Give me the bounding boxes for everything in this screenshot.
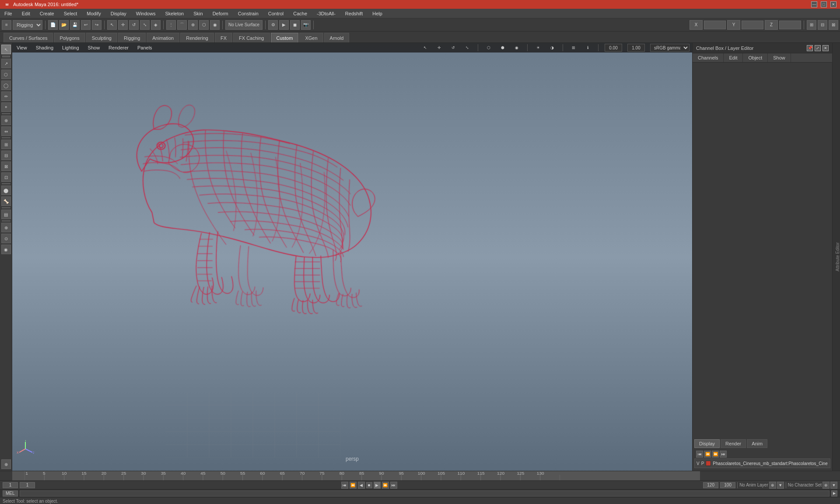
tab-rendering[interactable]: Rendering [180, 33, 214, 42]
layer-playback[interactable]: P [701, 461, 704, 466]
vp-icon-wireframe[interactable]: ⬡ [484, 43, 493, 52]
step-back-button[interactable]: ⏪ [350, 482, 357, 489]
anim-layer-expand[interactable]: ▼ [777, 482, 784, 489]
layer-button[interactable]: ▤ [1, 210, 11, 219]
vp-menu-lighting[interactable]: Lighting [60, 44, 81, 51]
layer-nav-next[interactable]: ⏩ [712, 451, 719, 458]
vp-icon-scale[interactable]: ⤡ [463, 43, 472, 52]
save-button[interactable]: 💾 [70, 20, 80, 30]
no-live-surface-button[interactable]: No Live Surface [225, 20, 262, 30]
go-start-button[interactable]: ⏮ [341, 482, 348, 489]
y-value-input[interactable] [742, 21, 763, 29]
menu-3dtoall[interactable]: -3DtoAll- [315, 10, 337, 17]
wrap-button[interactable]: ⊡ [1, 172, 11, 182]
menu-create[interactable]: Create [38, 10, 56, 17]
new-scene-button[interactable]: 📄 [48, 20, 58, 30]
mode-selector[interactable]: Rigging [13, 20, 42, 30]
layer-tab-anim[interactable]: Anim [747, 439, 767, 448]
current-frame-input[interactable] [20, 482, 35, 488]
layer-item[interactable]: V P Phascolaretos_Cinereus_mb_standart:P… [694, 458, 830, 468]
component-button[interactable]: ⬡ [1, 70, 11, 79]
vp-value1-input[interactable] [605, 44, 622, 52]
layout-button-3[interactable]: ⊠ [829, 20, 838, 30]
rpanel-expand-button[interactable]: ⤢ [815, 45, 821, 51]
stop-button[interactable]: ■ [366, 482, 372, 488]
z-value-input[interactable] [779, 21, 801, 29]
menu-redshift[interactable]: Redshift [343, 10, 364, 17]
tab-rigging[interactable]: Rigging [118, 33, 146, 42]
gamma-select[interactable]: sRGB gamma [650, 44, 690, 52]
char-set-button[interactable]: ⊕ [822, 482, 830, 489]
menu-file[interactable]: File [3, 10, 14, 17]
scale-tool-button[interactable]: ⤡ [140, 20, 150, 30]
paint-button[interactable] [2, 56, 10, 57]
vp-value2-input[interactable] [627, 44, 645, 52]
layer-tab-render[interactable]: Render [721, 439, 746, 448]
extra-button-2[interactable]: ⊙ [1, 234, 11, 243]
tab-polygons[interactable]: Polygons [54, 33, 85, 42]
rpanel-tab-channels[interactable]: Channels [693, 53, 724, 62]
snap-view-button[interactable]: ◉ [210, 20, 220, 30]
menu-control[interactable]: Control [266, 10, 285, 17]
rpanel-tab-object[interactable]: Object [743, 53, 768, 62]
deform-tool-button[interactable]: ⊟ [1, 150, 11, 160]
menu-icon-button[interactable]: ≡ [2, 20, 11, 30]
z-axis-input[interactable]: Z [765, 20, 778, 30]
anim-layer-button[interactable]: ⊕ [769, 482, 776, 489]
rpanel-pin-button[interactable]: 📌 [807, 45, 813, 51]
menu-constrain[interactable]: Constrain [236, 10, 260, 17]
menu-select[interactable]: Select [62, 10, 79, 17]
y-axis-input[interactable]: Y [727, 20, 740, 30]
misc-button[interactable]: ⊕ [1, 459, 11, 469]
paint-weights-button[interactable]: ⬤ [1, 186, 11, 195]
timeline-ruler[interactable]: 1 5 10 15 20 25 30 35 40 45 50 55 60 65 … [24, 471, 560, 480]
layout-button-2[interactable]: ⊟ [818, 20, 827, 30]
extra-button-1[interactable]: ⊕ [1, 223, 11, 232]
tab-animation[interactable]: Animation [147, 33, 179, 42]
vp-icon-flat[interactable]: ◉ [512, 43, 521, 52]
vp-menu-shading[interactable]: Shading [34, 44, 55, 51]
mel-command-input[interactable] [20, 490, 830, 497]
layer-nav-last[interactable]: ⏭ [720, 451, 727, 458]
vp-icon-lights[interactable]: ☀ [534, 43, 542, 52]
vp-icon-heads-up[interactable]: ℹ [583, 43, 592, 52]
range-end-input1[interactable] [703, 482, 718, 488]
tab-arnold[interactable]: Arnold [324, 33, 350, 42]
menu-windows[interactable]: Windows [134, 10, 158, 17]
universal-manip-button[interactable]: ◈ [151, 20, 161, 30]
layer-color-swatch[interactable] [706, 461, 711, 466]
menu-cache[interactable]: Cache [291, 10, 309, 17]
menu-display[interactable]: Display [109, 10, 128, 17]
vp-icon-grid[interactable]: ⊞ [569, 43, 578, 52]
tab-curves-surfaces[interactable]: Curves / Surfaces [4, 33, 53, 42]
open-button[interactable]: 📂 [59, 20, 69, 30]
char-set-expand[interactable]: ▼ [830, 482, 837, 489]
close-button[interactable]: ✕ [830, 1, 836, 7]
vp-menu-show[interactable]: Show [86, 44, 102, 51]
select-mode-button[interactable]: ↖ [1, 45, 11, 54]
minimize-button[interactable]: — [811, 1, 817, 7]
tab-fx-caching[interactable]: FX Caching [233, 33, 270, 42]
lattice-button[interactable]: ⊠ [1, 161, 11, 171]
range-end-input2[interactable] [720, 482, 735, 488]
undo-button[interactable]: ↩ [81, 20, 91, 30]
tab-fx[interactable]: FX [215, 33, 232, 42]
snap-grid-button[interactable]: ⋮ [166, 20, 176, 30]
snapshot-button[interactable]: 📷 [301, 20, 311, 30]
layer-nav-prev[interactable]: ⏪ [704, 451, 711, 458]
layer-nav-first[interactable]: ⏮ [696, 451, 703, 458]
snap-surface-button[interactable]: ⬡ [199, 20, 209, 30]
move-tool-button[interactable]: ✛ [118, 20, 128, 30]
render-settings-button[interactable]: ⚙ [268, 20, 278, 30]
select-tool-button[interactable]: ↖ [107, 20, 117, 30]
render-button[interactable]: ▶ [279, 20, 289, 30]
brush-button[interactable]: ✏ [1, 91, 11, 101]
play-forward-button[interactable]: ▶ [374, 482, 381, 489]
redo-button[interactable]: ↪ [92, 20, 102, 30]
layer-tab-display[interactable]: Display [694, 439, 720, 448]
tab-xgen[interactable]: XGen [299, 33, 323, 42]
rotate-tool-button[interactable]: ↺ [129, 20, 139, 30]
vp-icon-smooth[interactable]: ⬢ [498, 43, 507, 52]
menu-modify[interactable]: Modify [85, 10, 102, 17]
vp-menu-panels[interactable]: Panels [136, 44, 154, 51]
